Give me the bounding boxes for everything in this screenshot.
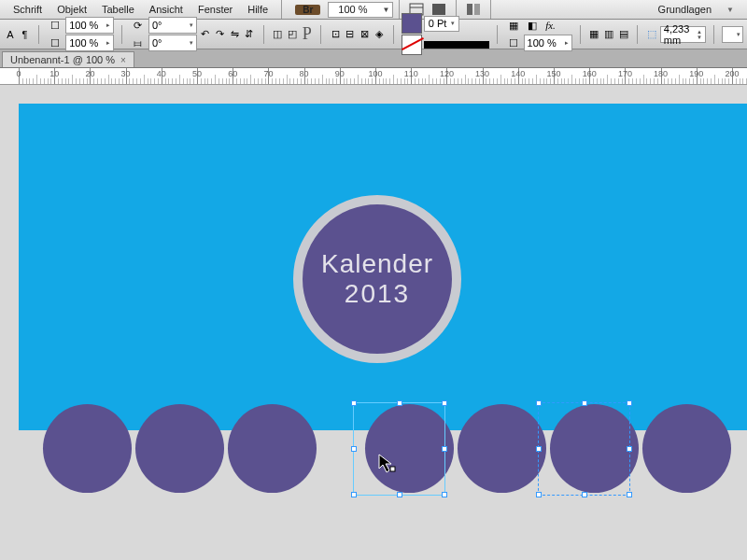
separator	[580, 25, 581, 44]
opacity-icon: ☐	[47, 35, 63, 51]
canvas[interactable]: Kalender 2013	[0, 85, 747, 560]
separator	[637, 25, 638, 44]
menu-schrift[interactable]: Schrift	[6, 4, 49, 15]
rotation-field[interactable]: 0°▾	[148, 17, 197, 34]
bridge-button[interactable]: Br	[295, 5, 320, 15]
separator	[713, 25, 714, 44]
separator	[38, 25, 39, 44]
menu-objekt[interactable]: Objekt	[49, 4, 94, 15]
chevron-down-icon: ▼	[719, 6, 741, 14]
chevron-down-icon: ▼	[375, 6, 390, 14]
month-circle[interactable]	[458, 404, 546, 493]
opacity-field-2[interactable]: 100 %▸	[65, 35, 114, 51]
wrap-none-icon[interactable]: ⊠	[359, 26, 372, 43]
paragraph-style-icon[interactable]: P	[301, 26, 314, 43]
menu-tabelle[interactable]: Tabelle	[94, 4, 142, 15]
tab-title: Unbenannt-1 @ 100 %	[10, 54, 115, 65]
title-line-1: Kalender	[321, 249, 433, 279]
paragraph-panel-icon[interactable]: ¶	[19, 26, 32, 43]
control-panel: A ¶ ☐ 100 %▸ ☐ 100 %▸ ⟳ 0°▾ ⧦ 0°▾ ↶ ↷ ⇋ …	[0, 20, 747, 49]
separator	[281, 0, 282, 19]
rotate-cw-icon[interactable]: ↷	[214, 26, 227, 43]
tint-field[interactable]: 100 %▸	[524, 35, 572, 51]
fill-swatch[interactable]	[402, 13, 422, 34]
effects-icon[interactable]: ▦	[505, 17, 522, 34]
shear-icon: ⧦	[130, 35, 147, 51]
character-panel-icon[interactable]: A	[4, 26, 17, 43]
shear-field[interactable]: 0°▾	[148, 35, 197, 51]
horizontal-ruler[interactable]: 0102030405060708090100110120130140150160…	[0, 68, 747, 85]
rotation-icon: ⟳	[130, 17, 147, 34]
separator	[399, 0, 400, 19]
separator	[497, 25, 498, 44]
menu-ansicht[interactable]: Ansicht	[142, 4, 190, 15]
separator	[263, 25, 264, 44]
month-circle[interactable]	[642, 404, 731, 493]
drop-shadow-icon[interactable]: ◧	[524, 17, 541, 34]
wrap-shape-icon[interactable]: ◈	[373, 26, 386, 43]
title-line-2: 2013	[345, 279, 410, 309]
page: Kalender 2013	[19, 104, 747, 560]
separator	[121, 25, 122, 44]
select-container-icon[interactable]: ◫	[271, 26, 284, 43]
fit-content-icon[interactable]: ▥	[602, 26, 615, 43]
separator	[490, 0, 491, 19]
zoom-level-combo[interactable]: 100 % ▼	[328, 2, 392, 18]
select-content-icon[interactable]: ◰	[286, 26, 299, 43]
menu-fenster[interactable]: Fenster	[190, 4, 240, 15]
menu-hilfe[interactable]: Hilfe	[240, 4, 275, 15]
center-content-icon[interactable]: ▤	[617, 26, 630, 43]
document-tab-bar: Unbenannt-1 @ 100 % ×	[0, 49, 747, 68]
separator	[393, 25, 394, 44]
rotate-ccw-icon[interactable]: ↶	[199, 26, 212, 43]
month-circle[interactable]	[550, 404, 639, 493]
fx-icon[interactable]: fx.	[543, 17, 559, 34]
stroke-style-picker[interactable]	[424, 41, 489, 49]
flip-v-icon[interactable]: ⇵	[243, 26, 256, 43]
wrap-around-icon[interactable]: ⊡	[329, 26, 342, 43]
corner-options-icon[interactable]: ⬚	[645, 26, 658, 43]
corner-size-field[interactable]: 4,233 mm ▲▼	[660, 26, 706, 43]
document-tab[interactable]: Unbenannt-1 @ 100 % ×	[2, 51, 134, 67]
title-circle[interactable]: Kalender 2013	[293, 195, 461, 363]
zoom-value: 100 %	[331, 4, 374, 15]
month-circle[interactable]	[43, 404, 132, 493]
month-circle[interactable]	[365, 404, 454, 493]
opacity-field-1[interactable]: 100 %▸	[65, 17, 114, 34]
stroke-swatch-none[interactable]	[402, 35, 422, 55]
month-circle[interactable]	[228, 404, 317, 493]
corner-shape-picker[interactable]: ▾	[722, 26, 743, 43]
fit-frame-icon[interactable]: ▦	[587, 26, 600, 43]
close-icon[interactable]: ×	[120, 55, 126, 65]
opacity-icon: ☐	[47, 17, 63, 34]
separator	[320, 25, 321, 44]
wrap-jump-icon[interactable]: ⊟	[344, 26, 357, 43]
stroke-weight-field[interactable]: 0 Pt▾	[424, 16, 460, 32]
workspace-switcher[interactable]: Grundlagen	[651, 4, 720, 15]
month-circle[interactable]	[135, 404, 224, 493]
tint-icon: ☐	[505, 35, 522, 51]
flip-h-icon[interactable]: ⇋	[228, 26, 241, 43]
